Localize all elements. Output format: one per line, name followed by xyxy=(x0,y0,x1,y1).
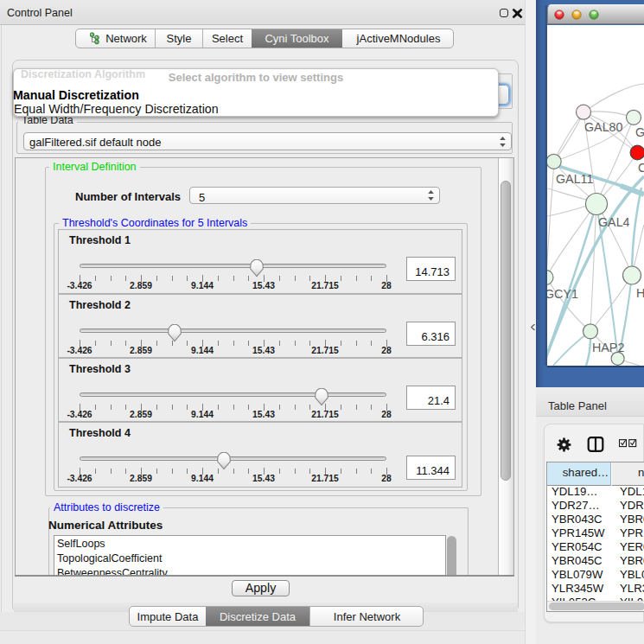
svg-text:HAP2: HAP2 xyxy=(592,341,624,354)
svg-text:GAL80: GAL80 xyxy=(584,120,623,134)
svg-text:GAL4: GAL4 xyxy=(598,215,630,229)
svg-text:GAL3: GAL3 xyxy=(635,125,644,139)
svg-text:HIS4: HIS4 xyxy=(636,286,644,300)
svg-text:GCY1: GCY1 xyxy=(547,287,578,301)
svg-text:GAL11: GAL11 xyxy=(556,172,593,186)
svg-text:C: C xyxy=(638,161,644,175)
